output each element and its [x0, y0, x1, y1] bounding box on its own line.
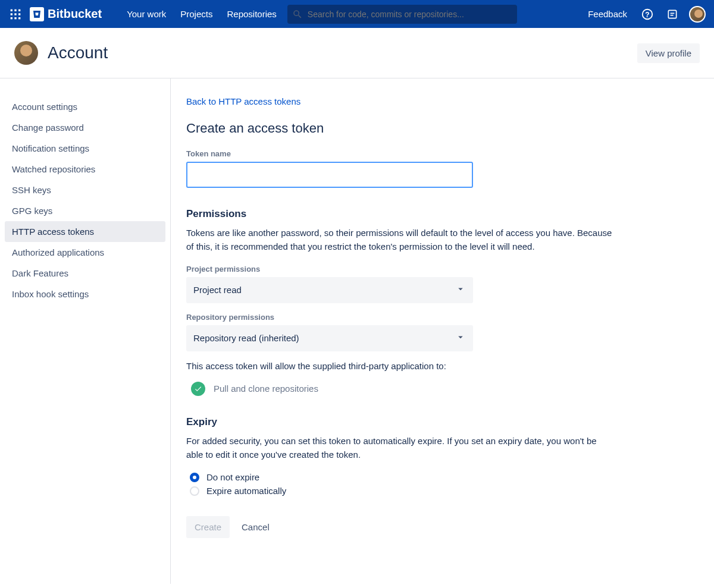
- svg-text:?: ?: [645, 10, 649, 18]
- sidebar-item-watched-repositories[interactable]: Watched repositories: [5, 159, 165, 180]
- sidebar-item-change-password[interactable]: Change password: [5, 117, 165, 138]
- chevron-down-icon: [455, 332, 466, 344]
- sidebar-item-authorized-applications[interactable]: Authorized applications: [5, 242, 165, 263]
- token-name-input[interactable]: [186, 162, 473, 188]
- create-button[interactable]: Create: [186, 516, 230, 538]
- radio-expire-auto[interactable]: [190, 486, 199, 496]
- top-navigation: Bitbucket Your work Projects Repositorie…: [0, 0, 714, 28]
- radio-do-not-expire-label: Do not expire: [206, 472, 259, 482]
- permission-text: Pull and clone repositories: [214, 383, 318, 394]
- sidebar-item-gpg-keys[interactable]: GPG keys: [5, 200, 165, 221]
- allow-text: This access token will allow the supplie…: [186, 361, 700, 371]
- chevron-down-icon: [455, 284, 466, 296]
- svg-rect-4: [14, 13, 16, 15]
- user-avatar[interactable]: [689, 6, 706, 23]
- radio-expire-auto-label: Expire automatically: [206, 486, 286, 496]
- bitbucket-icon: [30, 7, 44, 21]
- nav-repositories[interactable]: Repositories: [221, 5, 282, 23]
- expiry-description: For added security, you can set this tok…: [186, 434, 615, 462]
- nav-projects[interactable]: Projects: [174, 5, 218, 23]
- svg-rect-2: [18, 9, 20, 11]
- bitbucket-logo[interactable]: Bitbucket: [30, 7, 102, 21]
- nav-links: Your work Projects Repositories: [121, 5, 283, 23]
- nav-your-work[interactable]: Your work: [121, 5, 172, 23]
- radio-do-not-expire[interactable]: [190, 473, 199, 482]
- permission-item: Pull and clone repositories: [191, 382, 700, 396]
- feedback-link[interactable]: Feedback: [584, 9, 631, 19]
- main-content: Back to HTTP access tokens Create an acc…: [171, 78, 714, 584]
- permissions-heading: Permissions: [186, 208, 700, 220]
- back-link[interactable]: Back to HTTP access tokens: [186, 96, 300, 106]
- radio-do-not-expire-row[interactable]: Do not expire: [190, 472, 700, 482]
- sidebar-item-ssh-keys[interactable]: SSH keys: [5, 180, 165, 200]
- help-icon[interactable]: ?: [639, 6, 656, 23]
- app-switcher-icon[interactable]: [8, 7, 23, 21]
- token-name-label: Token name: [186, 149, 700, 158]
- form-title: Create an access token: [186, 121, 700, 136]
- sidebar-item-inbox-hook-settings[interactable]: Inbox hook settings: [5, 284, 165, 304]
- cancel-button[interactable]: Cancel: [242, 522, 270, 532]
- sidebar-item-http-access-tokens[interactable]: HTTP access tokens: [5, 221, 165, 242]
- svg-rect-11: [668, 10, 676, 18]
- page-title: Account: [48, 43, 108, 62]
- repository-permissions-select[interactable]: Repository read (inherited): [186, 325, 473, 351]
- check-circle-icon: [191, 382, 205, 396]
- svg-rect-3: [11, 13, 12, 15]
- svg-rect-1: [14, 9, 16, 11]
- page-header: Account View profile: [0, 28, 714, 78]
- svg-rect-0: [11, 9, 12, 11]
- sidebar: Account settings Change password Notific…: [0, 78, 171, 584]
- repository-permissions-label: Repository permissions: [186, 313, 700, 322]
- sidebar-item-notification-settings[interactable]: Notification settings: [5, 138, 165, 159]
- svg-rect-6: [11, 17, 12, 19]
- permissions-description: Tokens are like another password, so the…: [186, 226, 615, 254]
- project-permissions-select[interactable]: Project read: [186, 277, 473, 303]
- radio-expire-auto-row[interactable]: Expire automatically: [190, 486, 700, 496]
- project-permissions-value: Project read: [193, 285, 242, 295]
- expiry-heading: Expiry: [186, 416, 700, 428]
- sidebar-item-account-settings[interactable]: Account settings: [5, 96, 165, 117]
- account-avatar: [14, 41, 38, 65]
- nav-right: Feedback ?: [584, 6, 706, 23]
- svg-rect-5: [18, 13, 20, 15]
- search-input[interactable]: [287, 5, 517, 24]
- view-profile-button[interactable]: View profile: [637, 43, 700, 63]
- sidebar-item-dark-features[interactable]: Dark Features: [5, 263, 165, 284]
- search-container: [287, 5, 517, 24]
- brand-text: Bitbucket: [48, 7, 102, 21]
- project-permissions-label: Project permissions: [186, 265, 700, 273]
- svg-rect-8: [18, 17, 20, 19]
- svg-rect-7: [14, 17, 16, 19]
- whats-new-icon[interactable]: [664, 6, 681, 23]
- repository-permissions-value: Repository read (inherited): [193, 333, 299, 343]
